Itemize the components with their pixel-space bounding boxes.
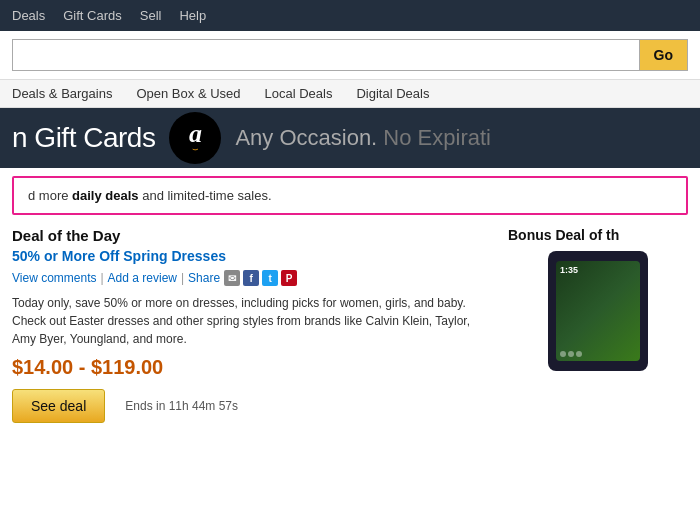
nav-help[interactable]: Help — [179, 8, 206, 23]
phone-screen-icons — [560, 351, 582, 357]
deal-timer: Ends in 11h 44m 57s — [125, 399, 238, 413]
daily-callout: d more daily deals and limited-time sale… — [12, 176, 688, 215]
deal-title-link[interactable]: 50% or More Off Spring Dresses — [12, 248, 226, 264]
view-comments-link[interactable]: View comments — [12, 271, 96, 285]
search-bar: Go — [0, 31, 700, 80]
phone-icon-2 — [568, 351, 574, 357]
bonus-deal-title: Bonus Deal of th — [508, 227, 688, 243]
phone-time: 1:35 — [560, 265, 578, 275]
deal-bottom: See deal Ends in 11h 44m 57s — [12, 389, 492, 423]
main-content: Deal of the Day 50% or More Off Spring D… — [0, 223, 700, 427]
subnav-deals-bargains[interactable]: Deals & Bargains — [12, 86, 112, 101]
bonus-deal: Bonus Deal of th 1:35 — [508, 227, 688, 423]
deal-of-the-day: Deal of the Day 50% or More Off Spring D… — [12, 227, 492, 423]
nav-deals[interactable]: Deals — [12, 8, 45, 23]
sub-nav: Deals & Bargains Open Box & Used Local D… — [0, 80, 700, 108]
deal-section-title: Deal of the Day — [12, 227, 492, 244]
phone-icon-1 — [560, 351, 566, 357]
pinterest-share-icon[interactable]: P — [281, 270, 297, 286]
callout-highlight: daily deals — [72, 188, 138, 203]
callout-prefix: d more — [28, 188, 72, 203]
deal-title: 50% or More Off Spring Dresses — [12, 248, 492, 264]
facebook-share-icon[interactable]: f — [243, 270, 259, 286]
phone-icon-3 — [576, 351, 582, 357]
phone-image[interactable]: 1:35 — [548, 251, 648, 371]
share-label: Share — [188, 271, 220, 285]
subnav-local-deals[interactable]: Local Deals — [265, 86, 333, 101]
separator-1: | — [100, 271, 103, 285]
nav-sell[interactable]: Sell — [140, 8, 162, 23]
nav-gift-cards[interactable]: Gift Cards — [63, 8, 122, 23]
banner-left-text: n Gift Cards — [12, 122, 155, 154]
share-icons: ✉ f t P — [224, 270, 297, 286]
subnav-open-box[interactable]: Open Box & Used — [136, 86, 240, 101]
twitter-share-icon[interactable]: t — [262, 270, 278, 286]
amazon-logo: a ⌣ — [169, 112, 221, 164]
top-nav: Deals Gift Cards Sell Help — [0, 0, 700, 31]
callout-suffix: and limited-time sales. — [139, 188, 272, 203]
banner-right-text: Any Occasion. No Expirati — [235, 125, 491, 151]
email-share-icon[interactable]: ✉ — [224, 270, 240, 286]
deal-description: Today only, save 50% or more on dresses,… — [12, 294, 492, 348]
deal-actions: View comments | Add a review | Share ✉ f… — [12, 270, 492, 286]
separator-2: | — [181, 271, 184, 285]
add-review-link[interactable]: Add a review — [108, 271, 177, 285]
search-input[interactable] — [12, 39, 639, 71]
subnav-digital-deals[interactable]: Digital Deals — [356, 86, 429, 101]
see-deal-button[interactable]: See deal — [12, 389, 105, 423]
phone-screen: 1:35 — [556, 261, 640, 361]
search-button[interactable]: Go — [639, 39, 688, 71]
deal-price: $14.00 - $119.00 — [12, 356, 492, 379]
gift-banner: n Gift Cards a ⌣ Any Occasion. No Expira… — [0, 108, 700, 168]
